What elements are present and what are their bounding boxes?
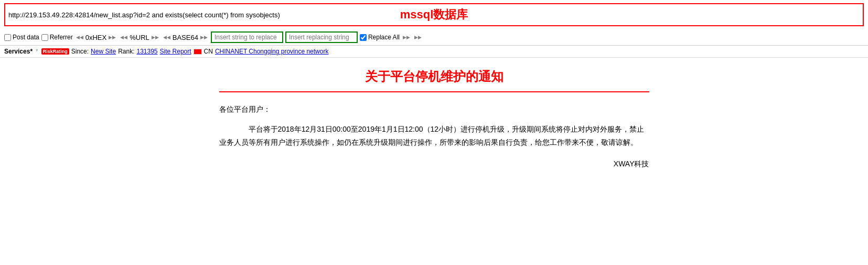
extra-arrow-right[interactable] (413, 34, 423, 40)
insert-string-replace-input[interactable] (211, 31, 283, 43)
rank-value-link[interactable]: 131395 (136, 48, 157, 55)
title-divider (219, 91, 649, 92)
base64-label: BASE64 (173, 34, 198, 41)
services-bar: Services* * RiskRating Since: New Site R… (0, 46, 868, 58)
base64-arrow-left[interactable] (162, 34, 172, 40)
referrer-checkbox-label[interactable]: Referrer (41, 34, 73, 41)
country-code: CN (204, 48, 213, 55)
toolbar: Post data Referrer 0xHEX %URL BASE64 Rep… (0, 29, 868, 46)
hex-label: 0xHEX (85, 34, 106, 41)
insert-replacing-string-input[interactable] (285, 31, 358, 43)
greeting: 各位平台用户： (219, 105, 649, 114)
risk-rating-badge: RiskRating (41, 48, 69, 55)
post-data-checkbox[interactable] (4, 34, 11, 41)
since-label: Since: (71, 48, 89, 55)
rank-label: Rank: (118, 48, 134, 55)
url-bar-section: mssql数据库 (4, 3, 864, 26)
new-site-link[interactable]: New Site (91, 48, 116, 55)
signature: XWAY科技 (219, 160, 649, 169)
content-title: 关于平台停机维护的通知 (219, 68, 649, 85)
flag-icon (194, 49, 202, 55)
post-data-label: Post data (13, 34, 39, 41)
replace-all-arrow-right[interactable] (402, 34, 411, 40)
url-arrow-left[interactable] (119, 34, 128, 40)
referrer-label: Referrer (50, 34, 73, 41)
site-report-link[interactable]: Site Report (160, 48, 191, 55)
body-text: 平台将于2018年12月31日00:00至2019年1月1日12:00（12小时… (219, 123, 649, 149)
base64-arrow-right[interactable] (199, 34, 209, 40)
base64-group: BASE64 (162, 34, 209, 41)
hex-group: 0xHEX (75, 34, 117, 41)
replace-all-text: Replace All (368, 34, 400, 41)
main-content: 关于平台停机维护的通知 各位平台用户： 平台将于2018年12月31日00:00… (198, 58, 670, 179)
url-arrow-right[interactable] (151, 34, 160, 40)
replace-all-checkbox[interactable] (360, 34, 367, 41)
network-link[interactable]: CHINANET Chongqing province network (215, 48, 329, 55)
sep1: * (36, 48, 38, 55)
hex-arrow-left[interactable] (75, 34, 84, 40)
referrer-checkbox[interactable] (41, 34, 48, 41)
url-group: %URL (119, 34, 160, 41)
replace-all-label[interactable]: Replace All (360, 34, 400, 41)
url-input[interactable] (8, 11, 860, 19)
hex-arrow-right[interactable] (108, 34, 117, 40)
url-label: %URL (130, 34, 149, 41)
post-data-checkbox-label[interactable]: Post data (4, 34, 39, 41)
services-label: Services* (4, 48, 33, 55)
